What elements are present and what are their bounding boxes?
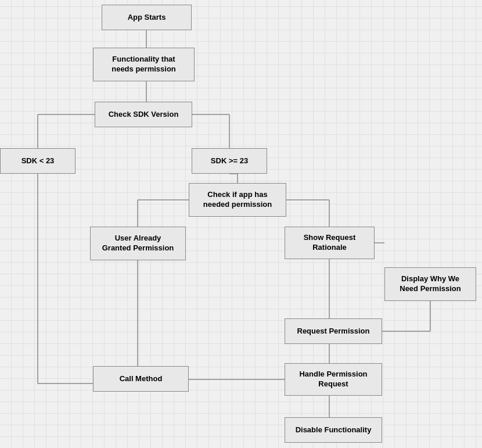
connector-lines (0, 0, 482, 448)
box-check-permission: Check if app hasneeded permission (189, 183, 286, 217)
box-show-rationale: Show RequestRationale (285, 227, 375, 259)
box-call-method: Call Method (93, 366, 189, 392)
box-request-permission: Request Permission (285, 318, 382, 344)
box-functionality: Functionality thatneeds permission (93, 48, 195, 81)
box-disable-functionality: Disable Functionality (285, 417, 382, 443)
box-display-why: Display Why WeNeed Permission (384, 267, 476, 301)
box-app-starts: App Starts (102, 5, 192, 30)
box-handle-permission: Handle PermissionRequest (285, 363, 382, 396)
box-sdk-lt-23: SDK < 23 (0, 148, 75, 174)
box-check-sdk: Check SDK Version (95, 102, 192, 127)
box-user-granted: User AlreadyGranted Permission (90, 227, 186, 260)
flowchart-diagram: App StartsFunctionality thatneeds permis… (0, 0, 482, 448)
box-sdk-gte-23: SDK >= 23 (192, 148, 267, 174)
